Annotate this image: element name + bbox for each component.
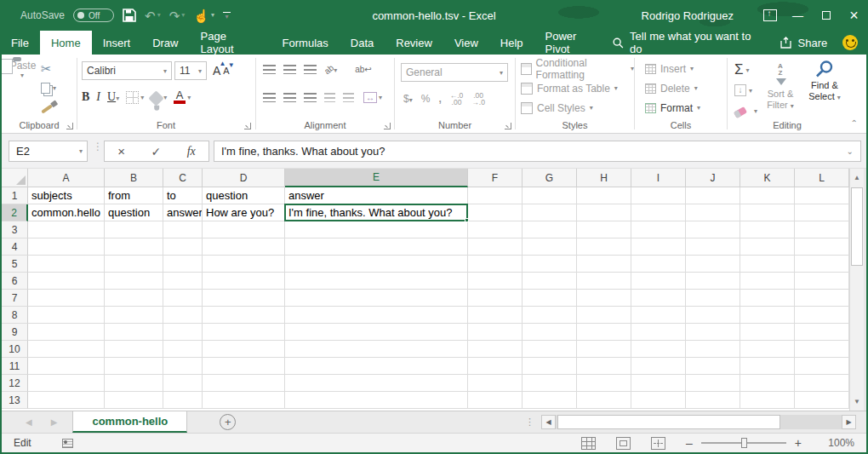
font-name-select[interactable]: Calibri▾ xyxy=(82,61,172,80)
cell-K11[interactable] xyxy=(740,358,795,375)
redo-button[interactable]: ↷▾ xyxy=(169,9,186,22)
cell-H11[interactable] xyxy=(577,358,631,375)
cell-G11[interactable] xyxy=(523,358,577,375)
row-header-12[interactable]: 12 xyxy=(2,375,28,392)
cell-K3[interactable] xyxy=(740,221,795,238)
cell-C9[interactable] xyxy=(163,324,203,341)
select-all-corner[interactable] xyxy=(2,169,28,187)
align-center-button[interactable] xyxy=(283,93,296,102)
cell-L4[interactable] xyxy=(795,238,849,256)
cell-C3[interactable] xyxy=(163,221,203,238)
cell-B11[interactable] xyxy=(105,358,163,375)
cell-B7[interactable] xyxy=(105,290,163,307)
cell-G10[interactable] xyxy=(523,341,577,358)
cell-E6[interactable] xyxy=(285,273,468,290)
cell-A7[interactable] xyxy=(28,290,105,307)
scroll-right-icon[interactable]: ▶ xyxy=(842,415,856,429)
cell-L5[interactable] xyxy=(795,256,849,273)
cell-I8[interactable] xyxy=(631,307,686,324)
cell-G5[interactable] xyxy=(523,256,577,273)
redo-dropdown-icon[interactable]: ▾ xyxy=(181,12,185,19)
undo-button[interactable]: ↶▾ xyxy=(145,9,161,22)
horizontal-scroll-track[interactable] xyxy=(556,415,842,429)
format-painter-button[interactable] xyxy=(41,97,73,116)
cell-L11[interactable] xyxy=(795,358,849,375)
cell-A10[interactable] xyxy=(28,341,105,358)
row-header-5[interactable]: 5 xyxy=(2,256,28,273)
row-header-6[interactable]: 6 xyxy=(2,273,28,290)
row-header-7[interactable]: 7 xyxy=(2,290,28,307)
cell-L3[interactable] xyxy=(795,221,849,238)
cell-K9[interactable] xyxy=(740,324,795,341)
cell-J6[interactable] xyxy=(686,273,740,290)
cell-B2[interactable]: question xyxy=(105,204,163,221)
underline-dropdown-icon[interactable]: ▾ xyxy=(116,95,119,102)
cell-A4[interactable] xyxy=(28,238,105,256)
cell-K13[interactable] xyxy=(740,392,795,409)
cell-G13[interactable] xyxy=(523,392,577,409)
cell-E11[interactable] xyxy=(285,358,468,375)
cell-L12[interactable] xyxy=(795,375,849,392)
cell-H9[interactable] xyxy=(577,324,631,341)
sheet-tab-common-hello[interactable]: common-hello xyxy=(72,411,187,433)
cell-A13[interactable] xyxy=(28,392,105,409)
column-header-A[interactable]: A xyxy=(28,169,105,187)
cell-C4[interactable] xyxy=(163,238,203,256)
cancel-button[interactable]: × xyxy=(117,144,125,158)
cell-E3[interactable] xyxy=(285,221,468,238)
cell-E13[interactable] xyxy=(285,392,468,409)
share-button[interactable]: Share xyxy=(780,37,828,49)
cell-H5[interactable] xyxy=(577,256,631,273)
cell-I10[interactable] xyxy=(631,341,686,358)
name-box-dropdown-icon[interactable]: ▾ xyxy=(79,147,83,155)
cell-D5[interactable] xyxy=(203,256,285,273)
cell-B5[interactable] xyxy=(105,256,163,273)
tab-draw[interactable]: Draw xyxy=(141,31,189,55)
new-sheet-button[interactable]: + xyxy=(220,414,236,430)
page-break-view-icon[interactable] xyxy=(651,437,665,450)
column-header-F[interactable]: F xyxy=(468,169,523,187)
cell-H8[interactable] xyxy=(577,307,631,324)
cell-J11[interactable] xyxy=(686,358,740,375)
cell-L1[interactable] xyxy=(795,187,849,204)
undo-dropdown-icon[interactable]: ▾ xyxy=(157,12,161,19)
cell-K4[interactable] xyxy=(740,238,795,256)
increase-decimal-button[interactable]: ←.0.00 xyxy=(450,92,464,106)
cell-A9[interactable] xyxy=(28,324,105,341)
decrease-font-size-button[interactable]: A▼ xyxy=(223,66,229,76)
cell-C7[interactable] xyxy=(163,290,203,307)
cell-E10[interactable] xyxy=(285,341,468,358)
customize-qat-button[interactable]: ▾ xyxy=(223,12,231,19)
cell-K2[interactable] xyxy=(740,204,795,221)
cell-E12[interactable] xyxy=(285,375,468,392)
cell-B12[interactable] xyxy=(105,375,163,392)
cell-L6[interactable] xyxy=(795,273,849,290)
conditional-formatting-button[interactable]: Conditional Formatting▾ xyxy=(516,59,634,78)
cell-I13[interactable] xyxy=(631,392,686,409)
cell-J4[interactable] xyxy=(686,238,740,256)
italic-button[interactable]: I xyxy=(96,90,100,104)
cell-B8[interactable] xyxy=(105,307,163,324)
sort-filter-button[interactable]: AZ Sort &Filter ▾ xyxy=(758,60,802,112)
cell-C1[interactable]: to xyxy=(163,187,203,204)
format-button[interactable]: Format▾ xyxy=(640,98,700,118)
cell-D13[interactable] xyxy=(203,392,285,409)
align-middle-button[interactable] xyxy=(283,65,296,74)
scroll-left-icon[interactable]: ◀ xyxy=(541,415,556,429)
cell-L2[interactable] xyxy=(795,204,849,221)
cell-J3[interactable] xyxy=(686,221,740,238)
cell-E7[interactable] xyxy=(285,290,468,307)
cell-B3[interactable] xyxy=(105,221,163,238)
row-header-3[interactable]: 3 xyxy=(2,221,28,238)
touch-mode-button[interactable]: ☝▾ xyxy=(193,9,214,22)
cell-E5[interactable] xyxy=(285,256,468,273)
number-dialog-launcher[interactable] xyxy=(505,123,511,129)
zoom-in-button[interactable]: + xyxy=(795,436,802,450)
zoom-slider-thumb[interactable] xyxy=(741,438,747,448)
bold-button[interactable]: B xyxy=(82,90,89,104)
row-header-9[interactable]: 9 xyxy=(2,324,28,341)
cell-L8[interactable] xyxy=(795,307,849,324)
row-header-8[interactable]: 8 xyxy=(2,307,28,324)
fill-color-button[interactable]: ▾ xyxy=(151,92,167,103)
cell-A5[interactable] xyxy=(28,256,105,273)
